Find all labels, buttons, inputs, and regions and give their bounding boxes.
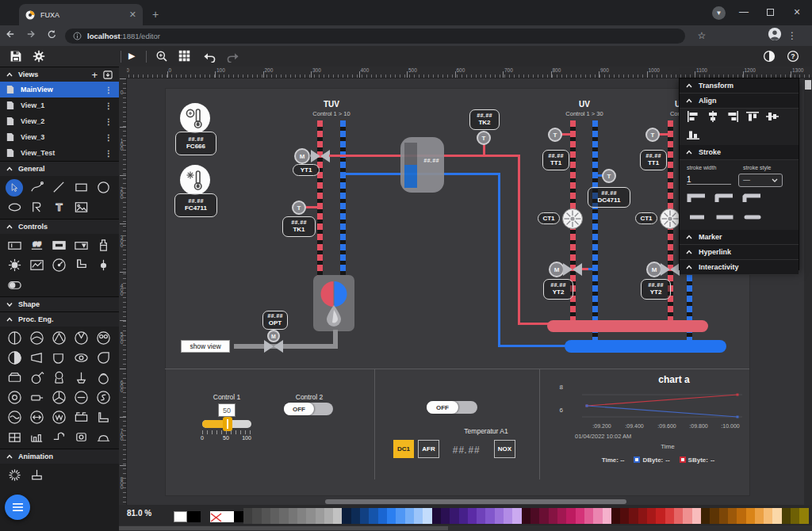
palette-swatch[interactable] (360, 508, 369, 524)
proc-eng-icon-4[interactable] (70, 328, 92, 348)
palette-swatch[interactable] (512, 508, 521, 524)
palette-swatch[interactable] (485, 508, 494, 524)
valve-yt1[interactable] (311, 150, 330, 162)
fill-color-swatch[interactable] (174, 511, 187, 522)
control1-value[interactable]: 50 (218, 403, 236, 417)
device-label-yt2-a[interactable]: ##.## YT2 (543, 279, 573, 300)
fan-ct1-b[interactable] (659, 208, 681, 230)
text-tool[interactable]: T (48, 197, 70, 217)
redo-icon[interactable] (226, 52, 240, 66)
panel-section-interactivity[interactable]: Interactivity (680, 260, 799, 275)
image-tool[interactable] (70, 197, 92, 217)
palette-swatch[interactable] (316, 508, 324, 524)
undo-icon[interactable] (202, 52, 216, 66)
sensor-tk2[interactable]: T (477, 131, 491, 145)
palette-swatch[interactable] (782, 508, 791, 524)
palette-swatch[interactable] (719, 508, 728, 524)
uv1-title[interactable]: UV (561, 100, 608, 109)
palette-swatch[interactable] (772, 508, 781, 524)
palette-swatch[interactable] (289, 508, 297, 524)
proc-eng-icon-29[interactable] (70, 427, 92, 447)
proc-eng-icon-21[interactable] (3, 407, 25, 427)
proc-eng-icon-5[interactable] (92, 328, 114, 348)
palette-swatch[interactable] (342, 508, 350, 524)
main-menu-fab[interactable] (5, 495, 30, 520)
palette-swatch[interactable] (566, 508, 575, 524)
ellipse-tool[interactable] (3, 197, 25, 217)
manifold-cold[interactable] (565, 340, 726, 353)
palette-swatch[interactable] (701, 508, 710, 524)
palette-swatch[interactable] (369, 508, 377, 524)
plunger-anim-tool[interactable] (25, 465, 48, 485)
proc-eng-icon-27[interactable] (25, 427, 48, 447)
proc-eng-icon-22[interactable] (25, 407, 48, 427)
thermo-gauge-fc666[interactable] (180, 103, 210, 133)
proc-eng-section-header[interactable]: Proc. Eng. (0, 311, 119, 327)
proc-eng-icon-3[interactable] (48, 328, 70, 348)
line-tool[interactable] (48, 178, 70, 197)
proc-eng-icon-25[interactable] (92, 407, 114, 427)
align-bottom-icon[interactable] (687, 129, 699, 143)
tank[interactable]: ##.## (400, 137, 444, 193)
proc-eng-icon-10[interactable] (92, 348, 114, 368)
light-control[interactable] (3, 255, 25, 275)
palette-swatch[interactable] (674, 508, 683, 524)
proc-eng-icon-14[interactable] (70, 368, 92, 388)
view-menu-icon[interactable]: ⋮ (105, 149, 113, 158)
view-menu-icon[interactable]: ⋮ (105, 117, 113, 126)
palette-swatch[interactable] (405, 508, 414, 524)
pipe-control[interactable] (70, 255, 92, 275)
output-control[interactable] (48, 235, 70, 255)
palette-swatch[interactable] (414, 508, 423, 524)
cap-round-button[interactable] (742, 212, 763, 226)
view-list-item-view_1[interactable]: View_1 ⋮ (0, 97, 119, 113)
show-view-button[interactable]: show view (181, 340, 230, 353)
sensor-dc4711[interactable]: T (602, 169, 616, 183)
view-list-item-mainview[interactable]: MainView ⋮ (0, 82, 119, 97)
chart-plot[interactable] (565, 382, 745, 420)
palette-swatch[interactable] (441, 508, 450, 524)
device-label-tt1-b[interactable]: ##.## TT1 (640, 150, 667, 170)
valve-yt2-b[interactable] (661, 263, 680, 276)
save-icon[interactable] (10, 50, 22, 66)
vertical-scrollbar[interactable] (804, 78, 812, 505)
sensor-tt1-a[interactable]: T (548, 128, 562, 142)
valve-opt[interactable] (264, 340, 283, 353)
palette-swatch[interactable] (459, 508, 468, 524)
palette-swatch[interactable] (530, 508, 539, 524)
profile-avatar[interactable] (768, 27, 782, 44)
device-label-fc4711[interactable]: ##.## FC4711 (174, 193, 217, 217)
device-label-tk1[interactable]: ##.## TK1 (282, 216, 316, 237)
circle-tool[interactable] (92, 178, 114, 197)
view-menu-icon[interactable]: ⋮ (105, 86, 113, 94)
palette-swatch[interactable] (270, 508, 279, 524)
palette-swatch[interactable] (576, 508, 584, 524)
pipe-uv1-cold[interactable] (592, 120, 598, 342)
palette-swatch[interactable] (495, 508, 504, 524)
palette-swatch[interactable] (297, 508, 306, 524)
zoom-tool-icon[interactable] (155, 50, 168, 66)
palette-swatch[interactable] (423, 508, 431, 524)
proc-eng-icon-12[interactable] (25, 368, 48, 388)
palette-swatch[interactable] (279, 508, 288, 524)
palette-swatch[interactable] (378, 508, 387, 524)
valve-yt2-a[interactable] (563, 263, 582, 276)
animation-section-header[interactable]: Animation (0, 449, 119, 464)
palette-swatch[interactable] (647, 508, 656, 524)
proc-eng-icon-8[interactable] (48, 348, 70, 368)
align-right-icon[interactable] (726, 111, 739, 125)
palette-swatch[interactable] (799, 508, 808, 524)
bookmark-star-icon[interactable]: ☆ (691, 30, 712, 41)
control2-toggle[interactable]: OFF (284, 403, 333, 415)
join-miter-button[interactable] (687, 193, 707, 207)
window-minimize-button[interactable]: — (739, 6, 749, 17)
window-maximize-button[interactable] (767, 9, 774, 16)
palette-swatch[interactable] (504, 508, 512, 524)
control1-slider[interactable] (202, 420, 251, 428)
view-menu-icon[interactable]: ⋮ (105, 101, 113, 110)
palette-swatch[interactable] (252, 508, 261, 524)
palette-swatch[interactable] (584, 508, 593, 524)
proc-eng-icon-16[interactable] (3, 388, 25, 407)
proc-eng-icon-6[interactable] (3, 348, 25, 368)
palette-swatch[interactable] (549, 508, 557, 524)
